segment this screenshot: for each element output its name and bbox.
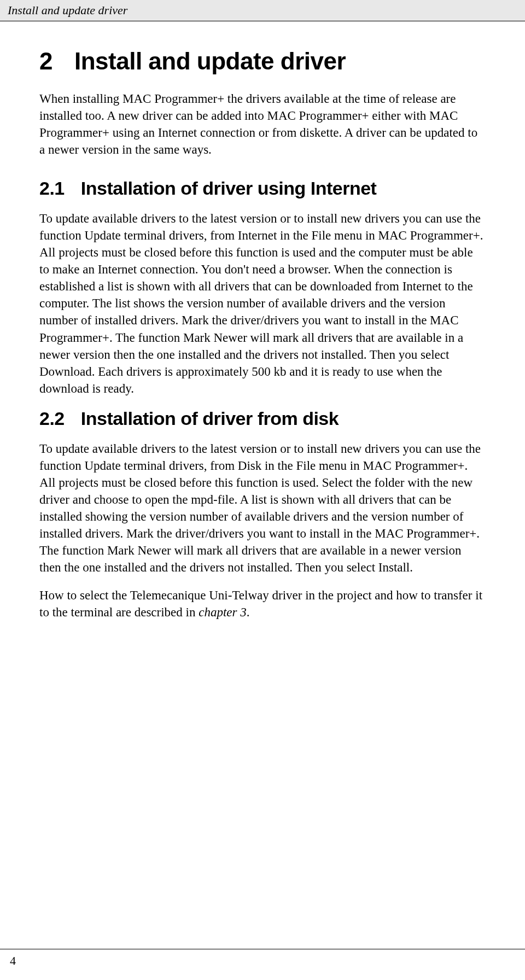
subsection-title: Installation of driver from disk bbox=[81, 408, 339, 429]
subsection-heading: 2.1 Installation of driver using Interne… bbox=[39, 178, 486, 199]
section-intro: When installing MAC Programmer+ the driv… bbox=[39, 90, 486, 158]
body-text: How to select the Telemecanique Uni-Telw… bbox=[39, 588, 482, 619]
subsection-number: 2.2 bbox=[39, 408, 65, 429]
subsection-body: To update available drivers to the lates… bbox=[39, 440, 486, 576]
page-content: 2 Install and update driver When install… bbox=[0, 21, 525, 621]
subsection-number: 2.1 bbox=[39, 178, 65, 199]
running-header: Install and update driver bbox=[0, 0, 525, 21]
subsection-title: Installation of driver using Internet bbox=[81, 178, 377, 199]
running-title: Install and update driver bbox=[8, 3, 127, 17]
section-heading: 2 Install and update driver bbox=[39, 48, 486, 75]
section-number: 2 bbox=[39, 48, 52, 75]
subsection-heading: 2.2 Installation of driver from disk bbox=[39, 408, 486, 429]
subsection-body: How to select the Telemecanique Uni-Telw… bbox=[39, 587, 486, 621]
subsection-body: To update available drivers to the lates… bbox=[39, 210, 486, 397]
section-title: Install and update driver bbox=[74, 48, 346, 75]
page-number: 4 bbox=[10, 954, 16, 967]
body-text: . bbox=[247, 605, 250, 619]
chapter-reference: chapter 3 bbox=[199, 605, 247, 619]
page-footer: 4 bbox=[0, 949, 525, 968]
